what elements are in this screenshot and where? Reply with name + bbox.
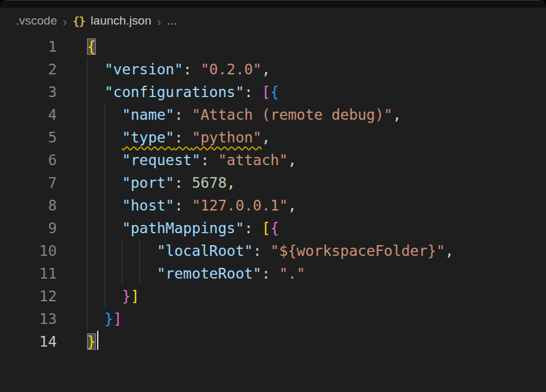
indent-guide <box>87 58 88 81</box>
code-line: "type": "python", <box>87 126 270 149</box>
code-line: "pathMappings": [{ <box>87 217 279 239</box>
code-token: "version" <box>105 61 183 78</box>
indent-guide <box>105 239 105 262</box>
code-line-row[interactable]: 1{ <box>0 35 546 58</box>
code-token: : <box>262 265 279 282</box>
code-line: } <box>87 330 98 353</box>
code-line: "localRoot": "${workspaceFolder}", <box>87 239 454 262</box>
code-token: "${workspaceFolder}" <box>270 243 445 259</box>
code-line: }] <box>87 285 139 308</box>
indent-guide <box>87 171 88 194</box>
indent-guide <box>139 239 140 262</box>
code-token: { <box>270 220 279 236</box>
code-token: , <box>262 61 270 78</box>
code-token: ] <box>113 311 122 327</box>
indent-guide <box>105 217 105 239</box>
line-number[interactable]: 12 <box>0 285 57 308</box>
indent-guide <box>87 126 88 149</box>
code-token: "attach" <box>218 152 288 168</box>
code-token: "Attach (remote debug)" <box>192 107 393 123</box>
indent-guide <box>105 194 105 217</box>
code-token: , <box>262 129 270 146</box>
indent-guide <box>122 239 122 262</box>
code-line-row[interactable]: 4"name": "Attach (remote debug)", <box>0 103 546 126</box>
code-token: "0.2.0" <box>200 61 262 78</box>
line-number[interactable]: 4 <box>0 103 57 126</box>
editor[interactable]: 1{2"version": "0.2.0",3"configurations":… <box>0 34 546 392</box>
code-line-row[interactable]: 13}] <box>0 308 546 330</box>
vscode-window: .vscode › {} launch.json › ... 1{2"versi… <box>0 0 546 392</box>
indent-guide <box>105 262 105 285</box>
code-line-row[interactable]: 14} <box>0 330 546 353</box>
indent-guide <box>87 217 88 239</box>
code-line-row[interactable]: 10"localRoot": "${workspaceFolder}", <box>0 239 546 262</box>
code-token: [ <box>262 220 270 236</box>
indent-guide <box>105 171 105 194</box>
code-line-row[interactable]: 7"port": 5678, <box>0 171 546 194</box>
line-number[interactable]: 11 <box>0 262 57 285</box>
code-line-row[interactable]: 9"pathMappings": [{ <box>0 217 546 239</box>
line-number[interactable]: 5 <box>0 126 57 149</box>
code-token: , <box>445 243 454 259</box>
line-number[interactable]: 14 <box>0 330 57 353</box>
indent-guide <box>105 285 105 308</box>
code-line: "name": "Attach (remote debug)", <box>87 103 402 126</box>
code-token: , <box>288 152 296 168</box>
indent-guide <box>139 262 140 285</box>
json-braces-icon: {} <box>73 14 85 28</box>
indent-guide <box>87 285 88 308</box>
code-token: } <box>105 311 113 327</box>
code-line-row[interactable]: 2"version": "0.2.0", <box>0 58 546 81</box>
breadcrumb-item-file[interactable]: launch.json <box>91 14 151 28</box>
code-line-row[interactable]: 5"type": "python", <box>0 126 546 149</box>
code-line: "configurations": [{ <box>87 81 279 103</box>
line-number[interactable]: 7 <box>0 171 57 194</box>
matched-bracket: { <box>87 38 96 55</box>
code-line: "request": "attach", <box>87 149 296 171</box>
indent-guide <box>87 194 88 217</box>
line-number[interactable]: 2 <box>0 58 57 81</box>
warning-squiggle: "type": "python" <box>122 129 262 146</box>
breadcrumb: .vscode › {} launch.json › ... <box>0 8 546 34</box>
chevron-right-icon: › <box>157 14 161 28</box>
indent-guide <box>87 308 88 330</box>
indent-guide <box>87 81 88 103</box>
code-token: } <box>122 288 131 304</box>
code-line: "port": 5678, <box>87 171 235 194</box>
window-top-strip <box>0 1 546 8</box>
code-line: "version": "0.2.0", <box>87 58 270 81</box>
code-token: "127.0.0.1" <box>192 197 288 214</box>
text-cursor <box>97 331 98 350</box>
code-token: : <box>174 197 192 214</box>
line-number[interactable]: 13 <box>0 308 57 330</box>
line-number[interactable]: 3 <box>0 81 57 103</box>
indent-guide <box>87 103 88 126</box>
code-token: : <box>174 129 192 146</box>
chevron-right-icon: › <box>62 14 67 28</box>
code-line: "host": "127.0.0.1", <box>87 194 296 217</box>
code-token: "pathMappings" <box>122 220 244 236</box>
code-token: [ <box>262 84 270 100</box>
code-token: { <box>270 84 279 100</box>
indent-guide <box>87 149 88 171</box>
code-line-row[interactable]: 8"host": "127.0.0.1", <box>0 194 546 217</box>
code-token: , <box>288 197 297 214</box>
line-number[interactable]: 9 <box>0 217 57 239</box>
code-token: "host" <box>122 197 174 214</box>
breadcrumb-item-folder[interactable]: .vscode <box>16 14 57 28</box>
code-token: "localRoot" <box>157 243 253 259</box>
code-line-row[interactable]: 6"request": "attach", <box>0 149 546 171</box>
code-line-row[interactable]: 12}] <box>0 285 546 308</box>
breadcrumb-symbol-ellipsis[interactable]: ... <box>167 14 177 28</box>
code-token: "." <box>279 265 306 282</box>
line-number[interactable]: 1 <box>0 35 57 58</box>
line-number[interactable]: 6 <box>0 149 57 171</box>
code-token: "request" <box>122 152 200 168</box>
code-line-row[interactable]: 11"remoteRoot": "." <box>0 262 546 285</box>
code-token: "port" <box>122 175 174 191</box>
line-number[interactable]: 10 <box>0 239 57 262</box>
code-token: : <box>244 84 262 100</box>
line-number[interactable]: 8 <box>0 194 57 217</box>
code-token: : <box>174 107 192 123</box>
code-line-row[interactable]: 3"configurations": [{ <box>0 81 546 103</box>
